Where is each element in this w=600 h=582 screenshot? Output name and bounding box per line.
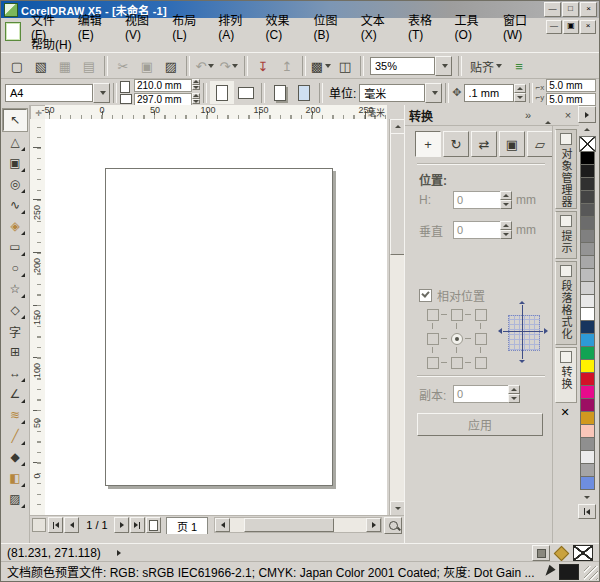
apply-button[interactable]: 应用 [417,413,543,436]
blend-tool[interactable]: ≋ [4,405,26,425]
transform-skew-button[interactable]: ▱ [527,131,553,157]
transform-position-button[interactable]: + [415,131,441,157]
docker-collapse-icon[interactable] [541,109,555,121]
copies-field[interactable]: 0 [453,385,508,403]
next-page-button[interactable] [114,517,129,533]
docker-tab-close-icon[interactable]: ✕ [557,405,573,420]
outline-status-swatch[interactable] [559,564,579,580]
nudge-control[interactable]: .1 mm [464,84,526,102]
color-swatch[interactable] [580,269,595,282]
basic-shapes-tool[interactable]: ◇ [4,300,26,320]
docker-tab-4[interactable]: 转换 [555,347,577,403]
color-swatch[interactable] [580,334,595,347]
color-swatch[interactable] [580,282,595,295]
vertical-scroll-thumb[interactable] [390,133,405,255]
scroll-down-button[interactable] [390,501,405,516]
navigator-magnifier-button[interactable] [384,517,402,534]
transform-rotate-button[interactable]: ↻ [443,131,469,157]
docker-tab-3[interactable]: 段落格式化 [555,261,577,345]
color-swatch[interactable] [580,256,595,269]
color-swatch[interactable] [580,451,595,464]
color-swatch[interactable] [580,204,595,217]
application-launcher-button[interactable]: ▩ [309,55,333,78]
horizontal-scrollbar[interactable] [214,517,382,533]
color-swatch[interactable] [580,217,595,230]
relative-position-checkbox[interactable] [419,289,432,302]
anchor-point-6[interactable] [475,333,487,345]
status-detail-button[interactable] [532,545,550,561]
menu-item-help[interactable]: 帮助(H) [24,34,79,53]
mdi-minimize-button[interactable]: — [546,20,562,34]
anchor-point-7[interactable] [427,357,439,369]
docker-close-icon[interactable]: × [561,109,575,121]
copies-spinner[interactable] [508,385,520,403]
docker-tab-1[interactable]: 对象管理器 [555,129,577,209]
color-swatch[interactable] [580,347,595,360]
color-swatch[interactable] [580,191,595,204]
portrait-button[interactable] [210,81,234,104]
mdi-restore-button[interactable]: ▣ [563,20,579,34]
add-page-button[interactable] [146,517,161,533]
polygon-tool[interactable]: ☆ [4,279,26,299]
palette-scroll-down-icon[interactable] [578,492,596,503]
mdi-close-button[interactable]: × [580,20,596,34]
anchor-point-5[interactable] [451,333,463,345]
docker-tab-2[interactable]: 提示 [555,211,577,259]
interactive-fill-tool[interactable]: ▨ [4,489,26,509]
freehand-tool[interactable]: ∿ [4,195,26,215]
palette-open-flyout-button[interactable] [578,504,596,519]
resize-grip[interactable] [584,566,598,580]
anchor-point-2[interactable] [451,309,463,321]
paper-size-arrow-icon[interactable] [93,83,110,103]
color-swatch[interactable] [580,373,595,386]
page-curl-icon[interactable] [32,518,46,532]
zoom-tool[interactable]: ◎ [4,174,26,194]
duplicate-distance-x-field[interactable]: 5.0 mm [546,79,596,92]
paste-button[interactable]: ▨ [159,55,183,78]
crop-tool[interactable]: ▣ [4,153,26,173]
eyedropper-tool[interactable]: ╱ [4,426,26,446]
color-swatch[interactable] [580,165,595,178]
anchor-point-8[interactable] [451,357,463,369]
anchor-point-9[interactable] [475,357,487,369]
color-swatch[interactable] [580,425,595,438]
status-options-icon[interactable] [117,550,121,556]
zoom-level-combo[interactable]: 35% [370,57,452,75]
color-swatch[interactable] [580,243,595,256]
color-swatch[interactable] [580,477,595,490]
ellipse-tool[interactable]: ○ [4,258,26,278]
color-swatch[interactable] [580,360,595,373]
last-page-button[interactable] [130,517,145,533]
color-swatch[interactable] [580,321,595,334]
table-tool[interactable]: ⊞ [4,342,26,362]
snap-to-button[interactable]: 贴齐 [465,55,507,78]
previous-page-button[interactable] [64,517,79,533]
connector-tool[interactable]: ∠ [4,384,26,404]
page-tab[interactable]: 页 1 [166,517,208,534]
fill-tool[interactable]: ◧ [4,468,26,488]
fill-status-swatch[interactable] [573,545,593,561]
color-swatch[interactable] [580,152,595,165]
transform-scale-mirror-button[interactable]: ⇄ [471,131,497,157]
transform-size-button[interactable]: ▣ [499,131,525,157]
palette-flyout-button[interactable] [578,106,596,123]
nudge-spinner[interactable] [514,84,526,102]
vertical-ruler[interactable]: 250200150100500 [30,119,46,516]
color-swatch[interactable] [580,386,595,399]
page-width-field[interactable]: 210.0 mm [134,79,192,92]
color-swatch[interactable] [580,464,595,477]
horizontal-ruler[interactable]: 毫米 -50050100150200250 [45,105,387,120]
rectangle-tool[interactable]: ▭ [4,237,26,257]
open-button[interactable]: ▧ [29,55,53,78]
smart-fill-tool[interactable]: ◈ [4,216,26,236]
color-swatch[interactable] [580,399,595,412]
outline-pen-tool[interactable]: ◆ [4,447,26,467]
minimize-button[interactable]: — [544,2,561,17]
options-button[interactable]: ≡ [507,55,531,78]
import-button[interactable]: ↧ [251,55,275,78]
anchor-point-1[interactable] [427,309,439,321]
v-position-field[interactable]: 0 [453,221,500,239]
drawing-window[interactable] [45,119,387,516]
color-swatch[interactable] [580,438,595,451]
pick-tool[interactable]: ↖ [3,109,27,131]
